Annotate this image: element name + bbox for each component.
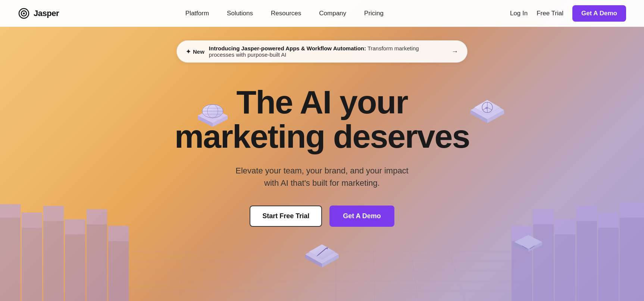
svg-rect-6 [65, 234, 85, 301]
hero-section: ✦ New Introducing Jasper-powered Apps & … [0, 0, 644, 301]
svg-line-38 [410, 248, 418, 301]
svg-rect-3 [0, 217, 21, 301]
nav-links: Platform Solutions Resources Company Pri… [176, 7, 393, 20]
nav-platform[interactable]: Platform [176, 7, 218, 20]
svg-rect-5 [43, 221, 64, 301]
announcement-bold-text: Introducing Jasper-powered Apps & Workfl… [209, 45, 366, 51]
start-free-trial-button[interactable]: Start Free Trial [250, 206, 322, 227]
hero-subtext-line2: with AI that's built for marketing. [264, 178, 380, 188]
svg-rect-19 [598, 228, 619, 301]
nav-right: Log In Free Trial Get A Demo [510, 5, 626, 22]
svg-marker-67 [528, 242, 542, 252]
float-right-bottom [510, 226, 547, 256]
hero-content: The AI your marketing deserves Elevate y… [160, 85, 485, 249]
svg-line-64 [317, 255, 318, 256]
nav-company[interactable]: Company [310, 7, 355, 20]
svg-point-2 [23, 12, 25, 14]
free-trial-link[interactable]: Free Trial [537, 10, 563, 17]
svg-rect-11 [43, 206, 64, 220]
announcement-text: Introducing Jasper-powered Apps & Workfl… [209, 45, 446, 58]
svg-rect-13 [87, 209, 107, 224]
svg-line-62 [318, 248, 326, 255]
svg-line-33 [216, 248, 224, 301]
navbar: Jasper Platform Solutions Resources Comp… [0, 0, 644, 27]
hero-subtext: Elevate your team, your brand, and your … [175, 164, 470, 189]
svg-marker-65 [515, 235, 543, 249]
svg-rect-12 [65, 219, 85, 234]
get-demo-hero-button[interactable]: Get A Demo [329, 206, 394, 227]
svg-marker-60 [322, 254, 339, 267]
svg-line-34 [259, 248, 261, 301]
svg-rect-20 [620, 217, 644, 301]
svg-rect-23 [555, 219, 575, 234]
svg-marker-51 [487, 110, 504, 123]
sparkle-icon: ✦ [186, 48, 191, 55]
hero-headline-line2: marketing deserves [175, 118, 470, 155]
hero-headline: The AI your marketing deserves [175, 85, 470, 154]
svg-rect-22 [533, 209, 554, 224]
svg-rect-10 [22, 212, 42, 227]
svg-rect-18 [576, 221, 597, 301]
jasper-logo-icon [18, 7, 30, 19]
svg-rect-26 [620, 202, 644, 217]
svg-line-37 [373, 248, 375, 301]
logo-text: Jasper [34, 9, 59, 18]
logo-link[interactable]: Jasper [18, 7, 59, 19]
announcement-banner[interactable]: ✦ New Introducing Jasper-powered Apps & … [176, 40, 468, 63]
announcement-arrow: → [451, 48, 458, 56]
svg-rect-24 [576, 206, 597, 220]
svg-rect-21 [512, 226, 532, 241]
hero-subtext-line1: Elevate your team, your brand, and your … [235, 166, 408, 175]
svg-rect-4 [22, 228, 42, 301]
hero-headline-line1: The AI your [237, 84, 408, 120]
hero-cta-group: Start Free Trial Get A Demo [175, 206, 470, 227]
svg-line-69 [530, 246, 534, 249]
svg-rect-16 [533, 224, 554, 301]
svg-line-68 [522, 246, 526, 249]
svg-rect-7 [87, 224, 107, 301]
login-link[interactable]: Log In [510, 10, 528, 17]
svg-text:G: G [485, 106, 488, 110]
get-demo-nav-button[interactable]: Get A Demo [572, 5, 626, 22]
svg-rect-17 [555, 234, 575, 301]
svg-line-32 [179, 248, 187, 301]
svg-rect-8 [108, 241, 129, 301]
svg-line-39 [448, 248, 465, 301]
new-badge: ✦ New [186, 48, 204, 55]
svg-marker-66 [515, 242, 528, 252]
svg-rect-9 [0, 204, 21, 217]
nav-solutions[interactable]: Solutions [218, 7, 262, 20]
svg-rect-14 [108, 226, 129, 241]
svg-rect-15 [512, 241, 532, 301]
svg-rect-25 [598, 212, 619, 227]
svg-line-56 [487, 107, 492, 110]
svg-marker-59 [305, 254, 322, 267]
nav-resources[interactable]: Resources [262, 7, 310, 20]
nav-pricing[interactable]: Pricing [355, 7, 393, 20]
